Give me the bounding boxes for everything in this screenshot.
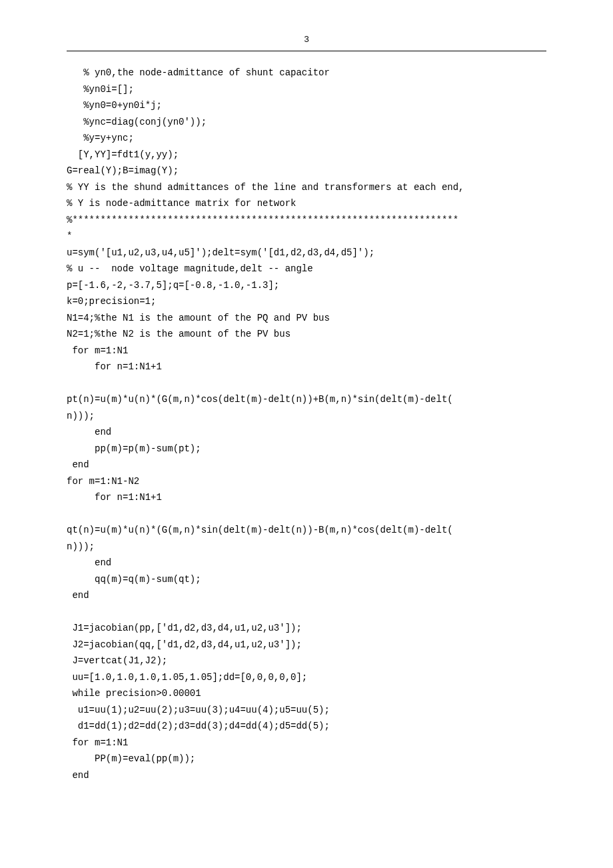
code-line: qt(n)=u(m)*u(n)*(G(m,n)*sin(delt(m)-delt… [67,522,546,539]
code-line: % yn0,the node-admittance of shunt capac… [67,65,546,81]
code-line [67,604,546,621]
page-header: 3 [67,33,546,45]
code-line: end [67,555,546,571]
code-line: %***************************************… [67,212,546,229]
code-line: n))); [67,539,546,555]
code-line: % Y is node-admittance matrix for networ… [67,195,546,212]
code-line: uu=[1.0,1.0,1.0,1.05,1.05];dd=[0,0,0,0,0… [67,669,546,686]
code-line: for n=1:N1+1 [67,359,546,375]
code-line: end [67,767,546,784]
code-line: G=real(Y);B=imag(Y); [67,163,546,179]
code-line: N2=1;%the N2 is the amount of the PV bus [67,326,546,343]
code-line: n))); [67,408,546,425]
code-block: % yn0,the node-admittance of shunt capac… [67,65,546,783]
code-line: % YY is the shund admittances of the lin… [67,179,546,196]
code-line: J1=jacobian(pp,['d1,d2,d3,d4,u1,u2,u3'])… [67,620,546,637]
code-line: * [67,228,546,245]
code-line: for m=1:N1 [67,735,546,751]
code-line: while precision>0.00001 [67,685,546,702]
code-line: pt(n)=u(m)*u(n)*(G(m,n)*cos(delt(m)-delt… [67,391,546,408]
page-number: 3 [304,34,308,44]
code-line: J=vertcat(J1,J2); [67,653,546,669]
code-line: %ync=diag(conj(yn0')); [67,114,546,131]
code-line: u=sym('[u1,u2,u3,u4,u5]');delt=sym('[d1,… [67,245,546,261]
code-line: %y=y+ync; [67,130,546,147]
code-line: p=[-1.6,-2,-3.7,5];q=[-0.8,-1.0,-1.3]; [67,277,546,294]
code-line: end [67,457,546,473]
code-line: N1=4;%the N1 is the amount of the PQ and… [67,310,546,327]
header-separator [67,51,546,51]
code-line: u1=uu(1);u2=uu(2);u3=uu(3);u4=uu(4);u5=u… [67,702,546,719]
code-line: qq(m)=q(m)-sum(qt); [67,571,546,588]
code-line: %yn0i=[]; [67,81,546,98]
code-line: end [67,587,546,604]
code-line: [Y,YY]=fdt1(y,yy); [67,147,546,163]
code-line: for m=1:N1 [67,343,546,359]
code-line: k=0;precision=1; [67,293,546,310]
code-line: d1=dd(1);d2=dd(2);d3=dd(3);d4=dd(4);d5=d… [67,718,546,735]
code-line: % u -- node voltage magnitude,delt -- an… [67,261,546,277]
code-line [67,506,546,523]
code-line: for m=1:N1-N2 [67,473,546,490]
code-line: pp(m)=p(m)-sum(pt); [67,441,546,457]
code-line: for n=1:N1+1 [67,489,546,506]
code-line: %yn0=0+yn0i*j; [67,97,546,114]
code-line: end [67,424,546,441]
code-line: J2=jacobian(qq,['d1,d2,d3,d4,u1,u2,u3'])… [67,637,546,653]
code-line [67,375,546,392]
code-line: PP(m)=eval(pp(m)); [67,751,546,767]
